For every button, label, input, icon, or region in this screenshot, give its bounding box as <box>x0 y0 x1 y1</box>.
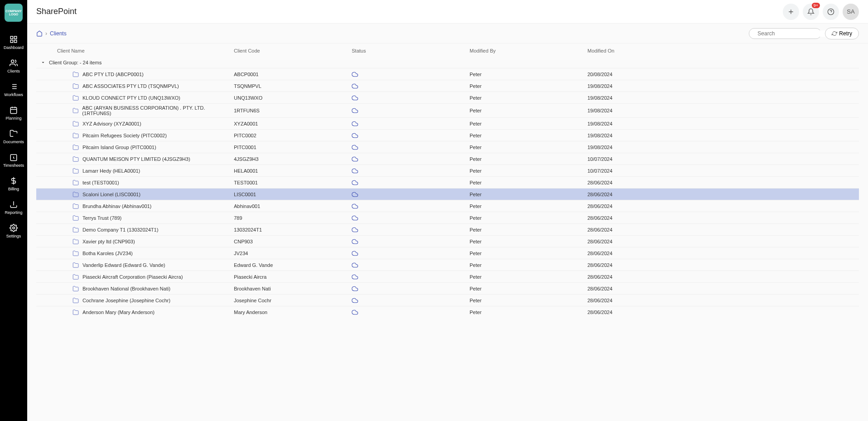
sidebar-item-label: Timesheets <box>3 163 24 168</box>
table-row[interactable]: Brundha Abhinav (Abhinav001)Abhinav001Pe… <box>36 200 859 212</box>
sidebar-item-label: Planning <box>5 116 21 121</box>
notification-badge: 9+ <box>812 3 820 8</box>
content-area: Client Name Client Code Status Modified … <box>27 44 868 421</box>
client-name: Pitcairn Refugees Society (PITC0002) <box>82 133 167 138</box>
table-row[interactable]: Cochrane Josephine (Josephine Cochr)Jose… <box>36 294 859 306</box>
modified-on: 28/06/2024 <box>587 262 612 268</box>
client-code: XYZA0001 <box>234 121 258 126</box>
modified-on: 28/06/2024 <box>587 274 612 280</box>
modified-on: 28/06/2024 <box>587 310 612 315</box>
modified-on: 28/06/2024 <box>587 251 612 256</box>
table-row[interactable]: KLOUD CONNECT PTY LTD (UNQ13WXO)UNQ13WXO… <box>36 92 859 103</box>
client-code: HELA0001 <box>234 168 258 174</box>
sidebar-item-label: Dashboard <box>4 45 24 50</box>
sidebar-item-dashboard[interactable]: Dashboard <box>1 31 26 54</box>
table-row[interactable]: Pitcairn Refugees Society (PITC0002)PITC… <box>36 129 859 141</box>
table-row[interactable]: Lamarr Hedy (HELA0001)HELA0001Peter10/07… <box>36 165 859 176</box>
table-row[interactable]: Botha Karoles (JV234)JV234Peter28/06/202… <box>36 247 859 259</box>
sidebar-item-settings[interactable]: Settings <box>1 219 26 243</box>
folder-icon <box>73 274 79 280</box>
table-row[interactable]: XYZ Advisory (XYZA0001)XYZA0001Peter19/0… <box>36 117 859 129</box>
column-modified-on[interactable]: Modified On <box>585 48 859 53</box>
notifications-button[interactable]: 9+ <box>803 4 819 20</box>
folder-icon <box>73 179 79 186</box>
table-row[interactable]: Vanderlip Edward (Edward G. Vande)Edward… <box>36 259 859 271</box>
modified-by: Peter <box>470 298 481 303</box>
table-row[interactable]: Scaloni Lionel (LISC0001)LISC0001Peter28… <box>36 188 859 200</box>
timesheets-icon <box>10 153 18 161</box>
folder-icon <box>73 144 79 150</box>
table-row[interactable]: Brookhaven National (Brookhaven Nati)Bro… <box>36 282 859 294</box>
modified-on: 28/06/2024 <box>587 203 612 209</box>
add-button[interactable] <box>783 4 799 20</box>
table-row[interactable]: ABC PTY LTD (ABCP0001)ABCP0001Peter20/08… <box>36 68 859 80</box>
sidebar-item-workflows[interactable]: Workflows <box>1 78 26 102</box>
svg-point-16 <box>13 227 15 229</box>
client-code: Josephine Cochr <box>234 298 272 303</box>
cloud-icon <box>352 179 358 186</box>
column-modified-by[interactable]: Modified By <box>467 48 585 53</box>
svg-rect-3 <box>10 40 13 43</box>
client-code: LISC0001 <box>234 192 256 197</box>
modified-on: 28/06/2024 <box>587 192 612 197</box>
modified-by: Peter <box>470 192 481 197</box>
help-button[interactable] <box>823 4 839 20</box>
search-box[interactable] <box>749 28 821 39</box>
table-row[interactable]: Piasecki Aircraft Corporation (Piasecki … <box>36 271 859 282</box>
sidebar-item-reporting[interactable]: Reporting <box>1 196 26 219</box>
folder-icon <box>73 132 79 139</box>
modified-on: 28/06/2024 <box>587 298 612 303</box>
user-avatar[interactable]: SA <box>843 4 859 20</box>
cloud-icon <box>352 121 358 127</box>
table-row[interactable]: Xavier pty ltd (CNP903)CNP903Peter28/06/… <box>36 235 859 247</box>
group-label: Client Group: - 24 items <box>49 60 102 65</box>
folder-icon <box>73 203 79 209</box>
folder-icon <box>73 95 79 101</box>
svg-rect-2 <box>15 40 17 43</box>
cloud-icon <box>352 144 358 150</box>
modified-by: Peter <box>470 121 481 126</box>
client-name: ABC PTY LTD (ABCP0001) <box>82 72 144 77</box>
sidebar-item-planning[interactable]: Planning <box>1 102 26 125</box>
table-row[interactable]: Anderson Mary (Mary Anderson)Mary Anders… <box>36 306 859 318</box>
search-input[interactable] <box>757 30 825 37</box>
sidebar-item-documents[interactable]: Documents <box>1 125 26 149</box>
folder-icon <box>73 286 79 292</box>
client-code: Brookhaven Nati <box>234 286 271 291</box>
table-row[interactable]: ABC ASSOCIATES PTY LTD (TSQNMPVL)TSQNMPV… <box>36 80 859 92</box>
chevron-down-icon <box>41 60 45 65</box>
modified-on: 28/06/2024 <box>587 286 612 291</box>
folder-icon <box>73 121 79 127</box>
home-icon[interactable] <box>36 30 43 37</box>
breadcrumb-current[interactable]: Clients <box>50 30 67 37</box>
documents-icon <box>10 130 18 138</box>
modified-on: 20/08/2024 <box>587 72 612 77</box>
column-client-name[interactable]: Client Name <box>54 48 231 53</box>
sidebar-item-timesheets[interactable]: Timesheets <box>1 149 26 172</box>
table-row[interactable]: QUANTUM MEISON PTY LIMITED (4JSGZ9H3)4JS… <box>36 153 859 165</box>
modified-on: 28/06/2024 <box>587 215 612 221</box>
plus-icon <box>787 8 795 15</box>
retry-button[interactable]: Retry <box>825 28 859 39</box>
sidebar-item-label: Workflows <box>4 92 23 97</box>
table-row[interactable]: Demo Company T1 (13032024T1)13032024T1Pe… <box>36 223 859 235</box>
modified-on: 28/06/2024 <box>587 239 612 244</box>
client-name: XYZ Advisory (XYZA0001) <box>82 121 141 126</box>
sidebar-item-label: Clients <box>7 69 20 73</box>
sidebar-item-billing[interactable]: Billing <box>1 172 26 196</box>
table-row[interactable]: test (TEST0001)TEST0001Peter28/06/2024 <box>36 176 859 188</box>
group-header[interactable]: Client Group: - 24 items <box>36 57 859 68</box>
column-status[interactable]: Status <box>349 48 467 53</box>
modified-on: 10/07/2024 <box>587 168 612 174</box>
folder-icon <box>73 191 79 198</box>
table-row[interactable]: Pitcairn Island Group (PITC0001)PITC0001… <box>36 141 859 153</box>
cloud-icon <box>352 168 358 174</box>
company-logo[interactable]: COMPANYLOGO <box>5 4 23 22</box>
workflows-icon <box>10 82 18 91</box>
column-client-code[interactable]: Client Code <box>231 48 349 53</box>
modified-by: Peter <box>470 227 481 232</box>
table-row[interactable]: ABC (ARYAN BUSINESS CORPORATION) . PTY. … <box>36 103 859 117</box>
sidebar-item-clients[interactable]: Clients <box>1 54 26 78</box>
table-row[interactable]: Terrys Trust (789)789Peter28/06/2024 <box>36 212 859 223</box>
client-code: 1RTFUN6S <box>234 108 260 113</box>
